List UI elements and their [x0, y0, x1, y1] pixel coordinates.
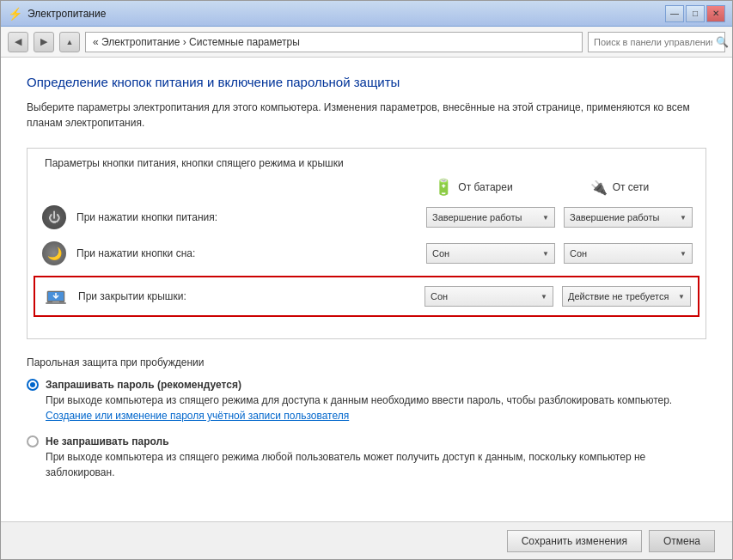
dropdown-arrow-icon: ▼: [678, 293, 685, 301]
column-headers: 🔋 От батареи 🔌 От сети: [40, 178, 693, 197]
search-icon: 🔍: [716, 36, 729, 48]
page-description: Выберите параметры электропитания для эт…: [27, 100, 706, 131]
save-button[interactable]: Сохранить изменения: [507, 530, 642, 552]
lid-close-dropdowns: Сон ▼ Действие не требуется ▼: [425, 286, 691, 307]
no-password-title: Не запрашивать пароль: [46, 434, 706, 449]
lid-close-power-dropdown[interactable]: Действие не требуется ▼: [562, 286, 691, 307]
sleep-circle-icon: 🌙: [42, 241, 66, 265]
up-button[interactable]: ▲: [59, 32, 80, 52]
ask-password-option: Запрашивать пароль (рекомендуется) При в…: [27, 377, 706, 423]
battery-icon: 🔋: [434, 178, 453, 197]
search-input[interactable]: [594, 37, 712, 47]
window-title: Электропитание: [27, 8, 106, 20]
radio-dot: [30, 382, 35, 387]
sleep-button-label: При нажатии кнопки сна:: [76, 247, 418, 259]
power-settings-group: Параметры кнопки питания, кнопки спящего…: [27, 148, 706, 339]
search-box: 🔍: [588, 32, 725, 52]
lid-close-battery-dropdown[interactable]: Сон ▼: [425, 286, 553, 307]
power-button-power-value: Завершение работы: [570, 212, 659, 222]
power-button-label: При нажатии кнопки питания:: [76, 211, 418, 223]
power-button-battery-value: Завершение работы: [432, 212, 522, 222]
lid-battery-value: Сон: [431, 291, 448, 301]
dropdown-arrow-icon: ▼: [541, 293, 547, 301]
sleep-button-battery-dropdown[interactable]: Сон ▼: [426, 243, 555, 264]
power-group-title: Параметры кнопки питания, кнопки спящего…: [40, 157, 348, 169]
dropdown-arrow-icon: ▼: [680, 250, 687, 258]
breadcrumb: « Электропитание › Системные параметры: [93, 36, 300, 48]
battery-label: От батареи: [458, 181, 512, 193]
dropdown-arrow-icon: ▼: [542, 250, 549, 258]
main-content: Определение кнопок питания и включение п…: [1, 58, 732, 521]
svg-rect-3: [52, 301, 59, 302]
address-path[interactable]: « Электропитание › Системные параметры: [85, 32, 583, 52]
sleep-button-dropdowns: Сон ▼ Сон ▼: [426, 243, 693, 264]
maximize-button[interactable]: □: [686, 5, 705, 22]
dropdown-arrow-icon: ▼: [542, 214, 549, 222]
title-bar-controls: — □ ✕: [665, 5, 725, 22]
title-bar-left: ⚡ Электропитание: [8, 7, 106, 21]
main-window: ⚡ Электропитание — □ ✕ ◀ ▶ ▲ « Электропи…: [0, 0, 733, 560]
power-button-battery-dropdown[interactable]: Завершение работы ▼: [426, 207, 555, 228]
lid-power-value: Действие не требуется: [568, 291, 669, 301]
minimize-button[interactable]: —: [665, 5, 684, 22]
power-button-row: ⏻ При нажатии кнопки питания: Завершение…: [40, 204, 693, 231]
address-bar: ◀ ▶ ▲ « Электропитание › Системные парам…: [1, 27, 732, 58]
password-section: Парольная защита при пробуждении Запраши…: [27, 356, 706, 480]
battery-column-header: 🔋 От батареи: [400, 178, 547, 197]
page-title: Определение кнопок питания и включение п…: [27, 75, 706, 89]
close-button[interactable]: ✕: [706, 5, 725, 22]
power-label: От сети: [613, 181, 650, 193]
power-button-dropdowns: Завершение работы ▼ Завершение работы ▼: [426, 207, 693, 228]
ask-password-text: Запрашивать пароль (рекомендуется) При в…: [46, 377, 706, 423]
sleep-battery-value: Сон: [432, 248, 449, 259]
power-adapter-icon: 🔌: [590, 180, 608, 196]
sleep-button-row: 🌙 При нажатии кнопки сна: Сон ▼ Сон ▼: [40, 240, 693, 267]
sleep-button-icon: 🌙: [40, 240, 68, 267]
laptop-svg-icon: [44, 284, 68, 308]
no-password-desc: При выходе компьютера из спящего режима …: [46, 451, 645, 478]
lid-close-row: При закрытии крышки: Сон ▼ Действие не т…: [34, 276, 699, 317]
title-bar: ⚡ Электропитание — □ ✕: [1, 1, 732, 27]
forward-button[interactable]: ▶: [34, 32, 54, 52]
power-circle-icon: ⏻: [42, 205, 66, 229]
power-column-header: 🔌 От сети: [547, 178, 693, 197]
sleep-button-power-dropdown[interactable]: Сон ▼: [564, 243, 693, 264]
sleep-power-value: Сон: [570, 248, 587, 259]
window-icon: ⚡: [8, 7, 22, 21]
no-password-option: Не запрашивать пароль При выходе компьют…: [27, 434, 706, 480]
lid-close-label: При закрытии крышки:: [78, 290, 416, 302]
ask-password-desc: При выходе компьютера из спящего режима …: [46, 394, 672, 406]
ask-password-radio[interactable]: [27, 379, 39, 391]
dropdown-arrow-icon: ▼: [680, 214, 687, 222]
cancel-button[interactable]: Отмена: [649, 530, 715, 552]
power-button-power-dropdown[interactable]: Завершение работы ▼: [564, 207, 693, 228]
no-password-radio[interactable]: [27, 435, 39, 447]
ask-password-title: Запрашивать пароль (рекомендуется): [46, 377, 706, 393]
lid-close-icon: [42, 283, 70, 310]
no-password-text: Не запрашивать пароль При выходе компьют…: [46, 434, 706, 480]
password-section-title: Парольная защита при пробуждении: [27, 356, 706, 368]
footer: Сохранить изменения Отмена: [1, 521, 732, 559]
svg-rect-2: [46, 302, 66, 304]
power-button-icon: ⏻: [40, 204, 68, 231]
create-password-link[interactable]: Создание или изменение пароля учётной за…: [46, 410, 349, 422]
back-button[interactable]: ◀: [8, 32, 28, 52]
